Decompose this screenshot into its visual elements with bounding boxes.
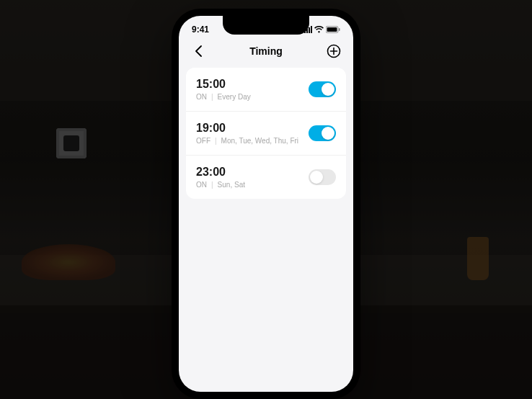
separator: | [211,93,213,101]
nav-bar: Timing [179,37,353,68]
status-time: 9:41 [192,24,209,35]
timer-row[interactable]: 19:00 OFF | Mon, Tue, Wed, Thu, Fri [186,112,346,156]
separator: | [215,137,217,145]
timer-info: 23:00 ON | Sun, Sat [196,166,245,189]
timer-repeat: Sun, Sat [218,181,245,189]
timer-repeat: Mon, Tue, Wed, Thu, Fri [221,137,298,145]
toggle-knob [322,127,334,140]
timer-row[interactable]: 15:00 ON | Every Day [186,68,346,112]
toggle-knob [310,171,323,184]
back-button[interactable] [190,43,206,59]
svg-rect-1 [327,27,337,32]
separator: | [211,181,213,189]
page-title: Timing [249,45,283,57]
timer-time: 15:00 [196,78,251,91]
timer-subtitle: ON | Every Day [196,93,251,101]
timer-toggle[interactable] [309,125,336,141]
plus-circle-icon [327,44,341,58]
timer-info: 15:00 ON | Every Day [196,78,251,101]
timer-time: 19:00 [196,122,298,135]
wifi-icon [314,26,324,33]
timer-time: 23:00 [196,166,245,179]
add-timer-button[interactable] [326,43,342,59]
battery-icon [326,26,340,33]
timer-action: ON [196,181,207,189]
timers-card: 15:00 ON | Every Day 19:00 [186,68,346,199]
timer-action: ON [196,93,207,101]
timer-toggle[interactable] [309,81,336,97]
chevron-left-icon [195,45,202,57]
phone-frame: 9:41 Timing [172,9,360,399]
timer-toggle[interactable] [309,169,336,185]
timer-info: 19:00 OFF | Mon, Tue, Wed, Thu, Fri [196,122,298,145]
phone-screen: 9:41 Timing [179,16,353,392]
toggle-knob [322,83,334,96]
notch [223,16,309,35]
timer-subtitle: ON | Sun, Sat [196,181,245,189]
timer-subtitle: OFF | Mon, Tue, Wed, Thu, Fri [196,137,298,145]
timer-row[interactable]: 23:00 ON | Sun, Sat [186,156,346,199]
timer-repeat: Every Day [218,93,251,101]
svg-rect-2 [339,28,340,31]
content-area: 15:00 ON | Every Day 19:00 [179,68,353,199]
timer-action: OFF [196,137,210,145]
